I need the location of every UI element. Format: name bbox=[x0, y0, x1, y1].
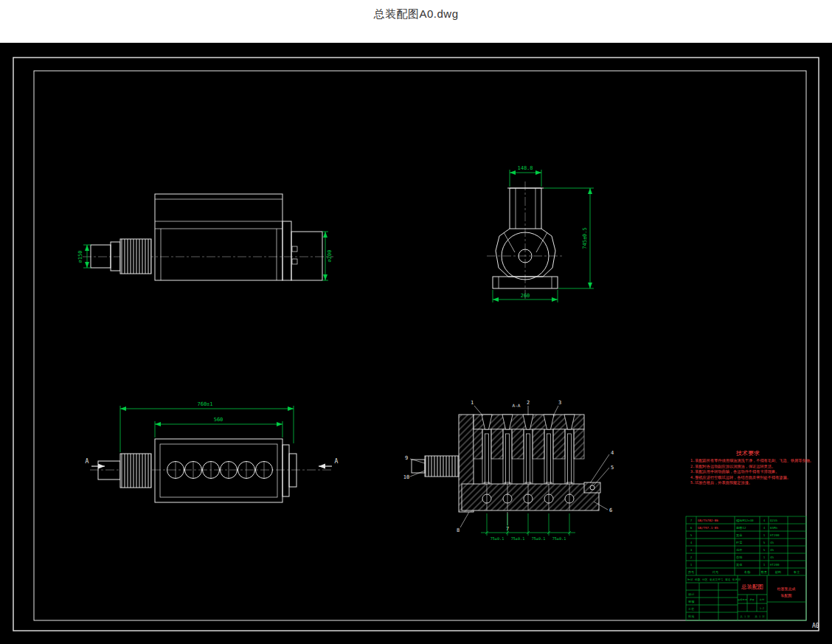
svg-text:柱塞: 柱塞 bbox=[735, 541, 742, 544]
svg-text:9: 9 bbox=[405, 455, 408, 461]
svg-text:45: 45 bbox=[770, 541, 774, 544]
svg-text:2.装配时各运动副应涂以润滑油，保证运转灵活。: 2.装配时各运动副应涂以润滑油，保证运转灵活。 bbox=[690, 464, 775, 469]
svg-text:3: 3 bbox=[690, 548, 693, 552]
dim-height-label: 745±0.5 bbox=[582, 227, 588, 249]
dim-shaft-label: ⌀150 bbox=[77, 251, 83, 263]
svg-text:1: 1 bbox=[763, 563, 766, 567]
svg-text:3.装配后用手转动曲轴，各运动件不得有卡滞现象。: 3.装配后用手转动曲轴，各运动件不得有卡滞现象。 bbox=[690, 469, 779, 474]
svg-text:数量: 数量 bbox=[761, 570, 767, 574]
svg-text:审核: 审核 bbox=[688, 600, 695, 603]
svg-text:75±0.1: 75±0.1 bbox=[532, 536, 546, 541]
front-view-dims bbox=[493, 170, 594, 302]
svg-text:75±0.1: 75±0.1 bbox=[490, 536, 505, 541]
sheet-frame: A0 bbox=[13, 58, 819, 631]
svg-text:1: 1 bbox=[763, 555, 766, 559]
svg-text:5: 5 bbox=[763, 541, 766, 544]
svg-text:GB/T97.1-85: GB/T97.1-85 bbox=[698, 526, 718, 530]
sheet-size-label: A0 bbox=[812, 623, 819, 629]
svg-text:6: 6 bbox=[690, 526, 693, 530]
svg-text:5.试验合格后，外表面按规定涂漆。: 5.试验合格后，外表面按规定涂漆。 bbox=[690, 480, 752, 485]
side-view bbox=[83, 194, 333, 280]
svg-text:75±0.1: 75±0.1 bbox=[552, 536, 566, 541]
svg-text:1.装配前所有零件须用煤油清洗干净，不得有毛刺、飞边、铁屑等: 1.装配前所有零件须用煤油清洗干净，不得有毛刺、飞边、铁屑等杂物。 bbox=[690, 458, 814, 463]
title-block bbox=[686, 516, 806, 620]
svg-text:标记 处数 分区 更改文件号 签名 年月日: 标记 处数 分区 更改文件号 签名 年月日 bbox=[687, 578, 741, 581]
dim-body-label: 560 bbox=[214, 417, 223, 423]
dim-width-label: 148.8 bbox=[517, 165, 533, 171]
svg-text:5: 5 bbox=[690, 533, 693, 537]
svg-text:45: 45 bbox=[770, 555, 774, 559]
svg-text:阶段标记: 阶段标记 bbox=[738, 598, 748, 601]
svg-text:10: 10 bbox=[403, 474, 409, 480]
svg-text:批准: 批准 bbox=[687, 614, 695, 618]
svg-text:3: 3 bbox=[558, 400, 561, 406]
svg-text:1: 1 bbox=[763, 533, 766, 537]
svg-text:连杆: 连杆 bbox=[736, 548, 742, 552]
svg-text:泵盖: 泵盖 bbox=[736, 533, 743, 537]
drawing-title: 总装配图 bbox=[741, 584, 763, 590]
top-view bbox=[90, 439, 333, 502]
svg-text:75±0.1: 75±0.1 bbox=[511, 536, 525, 541]
svg-text:共 1 张: 共 1 张 bbox=[740, 615, 750, 618]
cad-viewer-page: 总装配图A0.dwg A0 bbox=[0, 0, 832, 644]
svg-text:1:2: 1:2 bbox=[760, 607, 765, 610]
document-title: 总装配图A0.dwg bbox=[373, 7, 458, 21]
svg-text:名称: 名称 bbox=[744, 570, 751, 574]
svg-text:材料: 材料 bbox=[774, 570, 782, 575]
dim-pulley-label: ⌀200 bbox=[327, 250, 333, 263]
svg-text:1: 1 bbox=[690, 563, 693, 567]
svg-text:代号: 代号 bbox=[712, 570, 719, 574]
titlebar: 总装配图A0.dwg bbox=[0, 0, 832, 43]
svg-text:螺栓M12×40: 螺栓M12×40 bbox=[736, 519, 754, 522]
svg-text:65Mn: 65Mn bbox=[770, 526, 778, 530]
svg-text:曲轴: 曲轴 bbox=[736, 555, 742, 559]
dim-base-label: 260 bbox=[521, 293, 530, 299]
svg-text:HT200: HT200 bbox=[770, 533, 780, 537]
svg-text:HT200: HT200 bbox=[770, 563, 780, 567]
svg-text:4: 4 bbox=[611, 450, 614, 456]
drawing-canvas[interactable]: A0 bbox=[0, 43, 832, 644]
dim-overall-label: 760±1 bbox=[197, 401, 212, 407]
section-title-label: A-A bbox=[513, 403, 521, 408]
section-dims bbox=[481, 513, 575, 536]
svg-text:7: 7 bbox=[690, 519, 693, 522]
cad-drawing: A0 bbox=[0, 43, 832, 644]
svg-text:泵体: 泵体 bbox=[736, 563, 743, 567]
svg-text:1: 1 bbox=[471, 400, 474, 406]
section-view bbox=[410, 406, 609, 527]
top-view-dims bbox=[120, 406, 294, 452]
section-label-right: A bbox=[335, 458, 339, 465]
svg-text:4.整机应进行空载试运转，各结合面及密封处不得有渗漏。: 4.整机应进行空载试运转，各结合面及密封处不得有渗漏。 bbox=[690, 475, 791, 480]
svg-text:4: 4 bbox=[690, 541, 693, 544]
svg-text:4: 4 bbox=[763, 526, 766, 530]
svg-text:GB/T5782-86: GB/T5782-86 bbox=[698, 519, 718, 522]
svg-text:序号: 序号 bbox=[688, 570, 695, 574]
svg-text:4: 4 bbox=[763, 519, 766, 522]
svg-text:6: 6 bbox=[609, 508, 612, 513]
svg-text:5: 5 bbox=[763, 548, 766, 552]
svg-text:2: 2 bbox=[527, 400, 530, 406]
notes-title: 技术要求 bbox=[735, 450, 760, 457]
svg-text:柱塞泵总成: 柱塞泵总成 bbox=[777, 586, 796, 591]
svg-text:5: 5 bbox=[611, 465, 614, 471]
svg-text:备注: 备注 bbox=[794, 570, 800, 574]
front-view bbox=[487, 181, 564, 300]
svg-text:Q235: Q235 bbox=[770, 519, 778, 522]
svg-text:第 1 张: 第 1 张 bbox=[755, 615, 765, 618]
svg-text:工艺: 工艺 bbox=[687, 607, 695, 611]
technical-notes: 技术要求 1.装配前所有零件须用煤油清洗干净，不得有毛刺、飞边、铁屑等杂物。 2… bbox=[690, 450, 814, 485]
svg-text:装配图: 装配图 bbox=[781, 593, 792, 598]
svg-text:比例: 比例 bbox=[760, 598, 764, 601]
svg-text:2: 2 bbox=[690, 555, 693, 559]
section-label-left: A bbox=[86, 458, 89, 465]
svg-text:垫圈12: 垫圈12 bbox=[736, 526, 746, 530]
svg-text:质量: 质量 bbox=[749, 598, 755, 601]
svg-text:45: 45 bbox=[770, 548, 774, 552]
svg-text:设计: 设计 bbox=[688, 592, 695, 596]
section-dim-labels: 75±0.1 75±0.1 75±0.1 75±0.1 bbox=[490, 536, 566, 541]
svg-text:8: 8 bbox=[457, 527, 460, 533]
